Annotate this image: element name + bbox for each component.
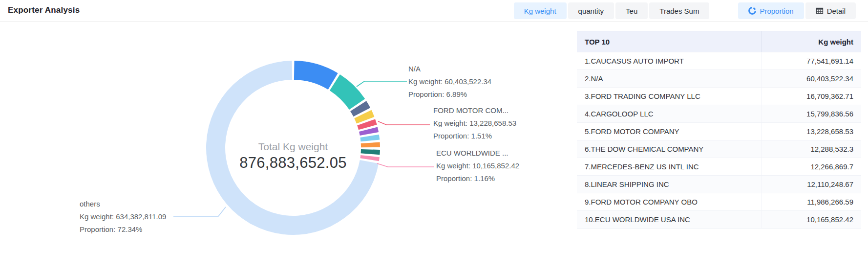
table-row: 10.ECU WORLDWIDE USA INC 10,165,852.42: [577, 210, 861, 228]
table-row: 9.FORD MOTOR COMPANY OBO 11,986,266.59: [577, 193, 861, 210]
tab-trades-sum[interactable]: Trades Sum: [649, 2, 709, 19]
exporter-name-cell: 1.CAUCASUS AUTO IMPORT: [577, 57, 761, 65]
callout-label: FORD MOTOR COM...: [433, 104, 516, 117]
tab-teu[interactable]: Teu: [615, 2, 648, 19]
kg-weight-cell: 10,165,852.42: [761, 211, 861, 228]
kg-weight-cell: 13,228,658.53: [761, 123, 861, 140]
kg-weight-cell: 15,799,836.56: [761, 105, 861, 122]
chart-callout-ecu: ECU WORLDWIDE ... Kg weight: 10,165,852.…: [436, 147, 519, 185]
exporter-name-cell: 8.LINEAR SHIPPING INC: [577, 180, 761, 188]
callout-leader-line: [357, 81, 407, 87]
chart-callout-ford: FORD MOTOR COM... Kg weight: 13,228,658.…: [433, 104, 516, 142]
callout-label: ECU WORLDWIDE ...: [436, 147, 519, 160]
callout-label: others: [80, 198, 166, 210]
exporter-name-cell: 10.ECU WORLDWIDE USA INC: [577, 215, 761, 224]
exporter-name-cell: 6.THE DOW CHEMICAL COMPANY: [577, 145, 761, 153]
callout-kg-weight: Kg weight: 10,165,852.42: [436, 160, 519, 172]
table-row: 2.N/A 60,403,522.34: [577, 69, 861, 87]
table-header-kg-weight: Kg weight: [761, 31, 861, 52]
donut-slice-caucasus-auto-import[interactable]: [294, 61, 338, 90]
table-header-row: TOP 10 Kg weight: [577, 31, 861, 52]
kg-weight-cell: 12,110,248.67: [761, 176, 861, 193]
tab-detail[interactable]: Detail: [805, 2, 856, 19]
callout-proportion: Proportion: 1.51%: [433, 130, 516, 142]
table-row: 3.FORD TRADING COMPANY LLC 16,709,362.71: [577, 87, 861, 105]
table-row: 7.MERCEDES-BENZ US INTL INC 12,266,869.7: [577, 158, 861, 175]
table-icon: [816, 7, 824, 15]
header-bar: Exporter Analysis Kg weightquantityTeuTr…: [0, 0, 868, 22]
tab-proportion[interactable]: Proportion: [738, 2, 804, 19]
chart-callout-na: N/A Kg weight: 60,403,522.34 Proportion:…: [408, 63, 491, 101]
exporter-name-cell: 9.FORD MOTOR COMPANY OBO: [577, 198, 761, 206]
table-row: 1.CAUCASUS AUTO IMPORT 77,541,691.14: [577, 52, 861, 69]
callout-proportion: Proportion: 6.89%: [408, 88, 491, 101]
callout-proportion: Proportion: 1.16%: [436, 172, 519, 185]
donut-center: Total Kg weight 876,883,652.05: [220, 140, 366, 173]
table-body: 1.CAUCASUS AUTO IMPORT 77,541,691.142.N/…: [577, 52, 861, 228]
kg-weight-cell: 16,709,362.71: [761, 88, 861, 105]
exporter-name-cell: 2.N/A: [577, 74, 761, 83]
table-header-top10: TOP 10: [577, 38, 761, 46]
kg-weight-cell: 60,403,522.34: [761, 70, 861, 87]
callout-proportion: Proportion: 72.34%: [80, 223, 166, 236]
table-row: 8.LINEAR SHIPPING INC 12,110,248.67: [577, 175, 861, 193]
kg-weight-cell: 11,986,266.59: [761, 193, 861, 210]
table-row: 4.CARGOLOOP LLC 15,799,836.56: [577, 105, 861, 122]
callout-label: N/A: [408, 63, 491, 75]
page-title: Exporter Analysis: [8, 5, 80, 15]
toolbar: Kg weightquantityTeuTrades Sum Proportio…: [512, 2, 856, 20]
exporter-name-cell: 7.MERCEDES-BENZ US INTL INC: [577, 162, 761, 171]
chart-callout-others: others Kg weight: 634,382,811.09 Proport…: [80, 198, 166, 236]
donut-chart-icon: [748, 7, 756, 15]
tab-kg-weight[interactable]: Kg weight: [514, 2, 567, 19]
kg-weight-cell: 12,288,532.3: [761, 140, 861, 158]
callout-kg-weight: Kg weight: 634,382,811.09: [80, 210, 166, 223]
donut-center-value: 876,883,652.05: [220, 153, 366, 173]
exporter-name-cell: 5.FORD MOTOR COMPANY: [577, 127, 761, 136]
callout-kg-weight: Kg weight: 13,228,658.53: [433, 117, 516, 130]
callout-leader-line: [173, 207, 226, 216]
table-row: 5.FORD MOTOR COMPANY 13,228,658.53: [577, 122, 861, 140]
metric-tab-group: Kg weightquantityTeuTrades Sum: [512, 2, 710, 19]
kg-weight-cell: 77,541,691.14: [761, 52, 861, 69]
top10-table: TOP 10 Kg weight 1.CAUCASUS AUTO IMPORT …: [577, 31, 861, 229]
table-row: 6.THE DOW CHEMICAL COMPANY 12,288,532.3: [577, 140, 861, 158]
donut-center-label: Total Kg weight: [220, 140, 366, 153]
exporter-name-cell: 4.CARGOLOOP LLC: [577, 110, 761, 118]
callout-kg-weight: Kg weight: 60,403,522.34: [408, 75, 491, 88]
tab-quantity[interactable]: quantity: [568, 2, 614, 19]
view-tab-group: ProportionDetail: [737, 2, 856, 19]
exporter-analysis-page: Exporter Analysis Kg weightquantityTeuTr…: [0, 0, 868, 253]
kg-weight-cell: 12,266,869.7: [761, 158, 861, 175]
exporter-name-cell: 3.FORD TRADING COMPANY LLC: [577, 92, 761, 100]
donut-slice-n-a[interactable]: [330, 74, 365, 110]
callout-leader-line: [378, 121, 430, 125]
callout-leader-line: [377, 163, 434, 167]
